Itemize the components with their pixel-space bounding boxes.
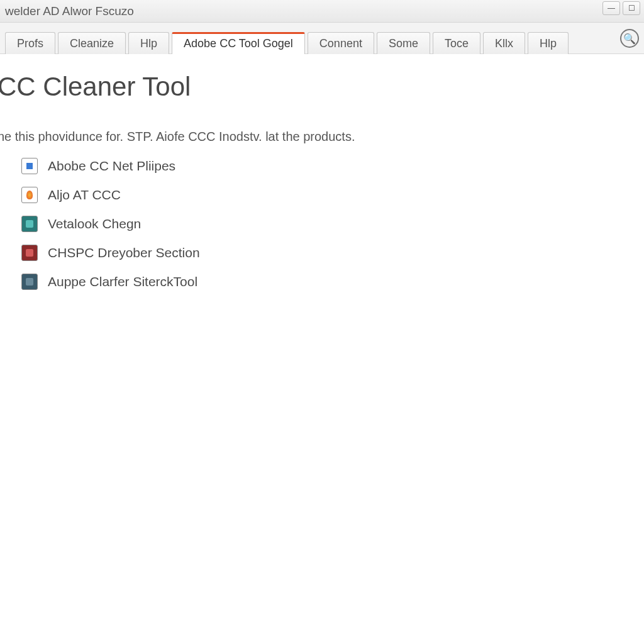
main-content: CC Cleaner Tool ne this phovidunce for. … — [0, 54, 644, 315]
tab-label: Hlp — [540, 37, 557, 50]
tab-label: Some — [389, 37, 418, 50]
page-title: CC Cleaner Tool — [0, 72, 631, 102]
tab-toce[interactable]: Toce — [433, 32, 480, 54]
item-label: Abobe CC Net Pliipes — [48, 158, 175, 174]
tab-bar: Profs Cleanize Hlp Adobe CC Tool Gogel C… — [0, 23, 644, 54]
item-label: Aljo AT CCC — [48, 187, 121, 203]
window-titlebar: welder AD Alwor Fscuzo — ☐ — [0, 0, 644, 23]
app-icon — [21, 274, 38, 290]
list-item[interactable]: Abobe CC Net Pliipes — [21, 158, 631, 174]
app-icon — [21, 158, 38, 174]
minimize-button[interactable]: — — [602, 1, 620, 15]
list-item[interactable]: Vetalook Chegn — [21, 216, 631, 232]
tab-adobe-cc-tool[interactable]: Adobe CC Tool Gogel — [172, 32, 305, 54]
tab-connent[interactable]: Connent — [308, 32, 374, 54]
tab-hlp-1[interactable]: Hlp — [128, 32, 169, 54]
app-icon — [21, 245, 38, 261]
intro-text: ne this phovidunce for. STP. Aiofe CCC I… — [0, 130, 631, 144]
tab-label: Profs — [17, 37, 43, 50]
tab-label: Hlp — [140, 37, 157, 50]
tab-label: Toce — [445, 37, 469, 50]
tab-cleanize[interactable]: Cleanize — [58, 32, 126, 54]
tab-some[interactable]: Some — [377, 32, 430, 54]
window-controls: — ☐ — [602, 1, 640, 15]
app-icon — [21, 187, 38, 203]
window-title: welder AD Alwor Fscuzo — [5, 4, 134, 18]
maximize-button[interactable]: ☐ — [623, 1, 640, 15]
tab-label: Connent — [319, 37, 362, 50]
tab-hlp-2[interactable]: Hlp — [528, 32, 569, 54]
tab-kllx[interactable]: Kllx — [483, 32, 525, 54]
item-label: Auppe Clarfer SiterckTool — [48, 274, 197, 289]
item-label: CHSPC Dreyober Section — [48, 245, 200, 260]
list-item[interactable]: Auppe Clarfer SiterckTool — [21, 274, 631, 290]
list-item[interactable]: Aljo AT CCC — [21, 187, 631, 203]
search-icon[interactable]: 🔍 — [620, 29, 639, 48]
product-list: Abobe CC Net Pliipes Aljo AT CCC Vetaloo… — [21, 158, 631, 290]
item-label: Vetalook Chegn — [48, 216, 141, 231]
tab-label: Kllx — [495, 37, 513, 50]
tab-label: Adobe CC Tool Gogel — [184, 37, 293, 50]
tab-profs[interactable]: Profs — [5, 32, 55, 54]
tab-label: Cleanize — [70, 37, 114, 50]
app-icon — [21, 216, 38, 232]
list-item[interactable]: CHSPC Dreyober Section — [21, 245, 631, 261]
